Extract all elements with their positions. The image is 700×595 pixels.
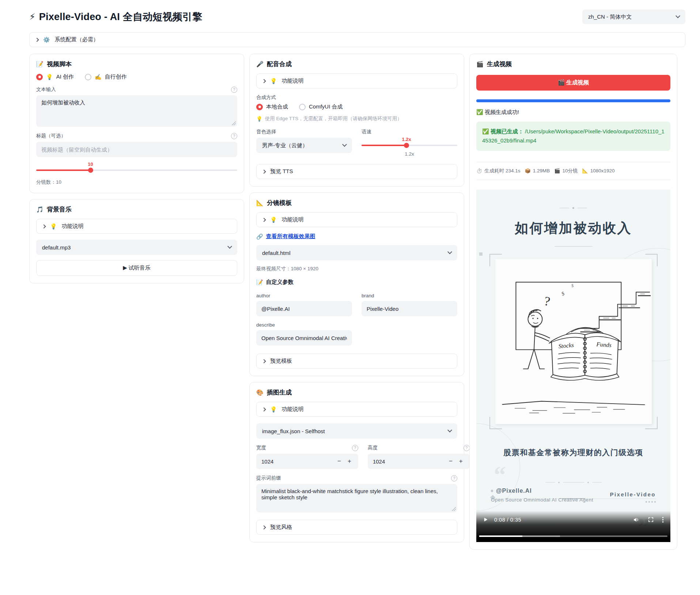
kebab-menu-icon[interactable]	[662, 516, 664, 523]
illustration-help-accordion[interactable]: 💡 功能说明	[256, 402, 457, 417]
workflow-value: image_flux.json - Selfhost	[262, 428, 325, 434]
describe-col: describe	[256, 316, 352, 346]
stat-resolution: 1080x1920	[590, 168, 615, 173]
tts-help-accordion[interactable]: 💡 功能说明	[256, 73, 457, 88]
fullscreen-icon[interactable]	[648, 516, 654, 523]
video-script-panel: 📝 视频脚本 💡 AI 创作 ✍️ 自行创作 文	[29, 54, 244, 193]
increment-button[interactable]: +	[344, 457, 355, 466]
music-note-icon: 🎵	[36, 206, 43, 213]
help-icon[interactable]: ?	[451, 475, 457, 481]
brand-label-row: brand	[362, 293, 457, 298]
radio-comfyui-synthesis[interactable]: ComfyUI 合成	[299, 103, 343, 110]
template-title-text: 分镜模板	[267, 199, 292, 207]
describe-input[interactable]	[256, 330, 352, 346]
radio-ai-create[interactable]: 💡 AI 创作	[36, 73, 74, 80]
describe-row: describe	[256, 316, 457, 346]
chevron-right-icon	[262, 79, 266, 83]
video-script-title-text: 视频脚本	[47, 60, 72, 68]
slider-thumb[interactable]	[404, 143, 409, 148]
chevron-right-icon	[262, 169, 266, 173]
play-button[interactable]	[483, 517, 488, 522]
width-value[interactable]	[261, 458, 334, 465]
illustration-title-text: 插图生成	[267, 388, 292, 397]
script-textarea-wrap: 如何增加被动收入	[36, 95, 237, 127]
bullet-decoration	[491, 490, 493, 492]
radio-manual-label: 自行创作	[105, 73, 127, 80]
method-label-row: 合成方式	[256, 94, 457, 101]
title-label: 标题（可选）	[36, 133, 66, 139]
slider-thumb[interactable]	[88, 168, 93, 173]
help-icon[interactable]: ?	[231, 133, 237, 139]
prompt-prefix-input[interactable]: Minimalist black-and-white matchstick fi…	[256, 484, 457, 512]
divider	[476, 180, 670, 180]
svg-text:$: $	[561, 290, 565, 297]
video-slide-title: 如何增加被动收入	[476, 219, 670, 237]
footer-author: @Pixelle.AI	[496, 488, 532, 494]
brand-label: brand	[362, 293, 374, 298]
author-label-row: author	[256, 293, 352, 298]
radio-local-label: 本地合成	[266, 103, 288, 110]
title-underline	[555, 246, 593, 247]
play-music-button[interactable]: ▶ 试听音乐	[36, 260, 237, 276]
radio-manual-create[interactable]: ✍️ 自行创作	[85, 73, 127, 80]
increment-button[interactable]: +	[456, 457, 466, 466]
video-title-input[interactable]	[36, 142, 237, 157]
footer-brand: Pixelle-Video	[610, 491, 656, 497]
video-preview[interactable]: 如何增加被动收入	[476, 190, 670, 542]
radio-selected-icon	[256, 104, 263, 110]
help-icon[interactable]: ?	[463, 445, 470, 451]
slider-track[interactable]	[36, 169, 237, 171]
video-progress-bar[interactable]	[479, 535, 667, 537]
bulb-icon: 💡	[270, 78, 277, 84]
width-col: 宽度 ? − +	[256, 439, 358, 469]
prompt-textarea-wrap: Minimalist black-and-white matchstick fi…	[256, 484, 457, 512]
decrement-button[interactable]: −	[334, 457, 344, 466]
middle-column: 🎤 配音合成 💡 功能说明 合成方式 本地合成	[249, 54, 464, 542]
template-help-accordion[interactable]: 💡 功能说明	[256, 212, 457, 227]
radio-local-synthesis[interactable]: 本地合成	[256, 103, 288, 110]
stat-storyboards: 10分镜	[563, 168, 578, 174]
brand-input[interactable]	[362, 301, 457, 316]
decrement-button[interactable]: −	[446, 457, 456, 466]
video-caption: 股票和基金常被称为理财的入门级选项	[476, 447, 670, 458]
slider-fill	[362, 145, 406, 146]
question-mark: ?	[543, 294, 551, 309]
music-help-accordion[interactable]: 💡 功能说明	[36, 219, 237, 234]
footer-author-row: @Pixelle.AI	[491, 488, 593, 494]
height-value[interactable]	[373, 458, 446, 465]
left-column: 📝 视频脚本 💡 AI 创作 ✍️ 自行创作 文	[29, 54, 244, 283]
author-input[interactable]	[256, 301, 352, 316]
template-gallery-link[interactable]: 查看所有模板效果图	[266, 233, 315, 240]
rate-value-label: 1.2x	[402, 137, 411, 142]
music-file-dropdown[interactable]: default.mp3	[36, 240, 237, 255]
volume-icon[interactable]	[633, 516, 640, 523]
generate-video-button[interactable]: 🎬 生成视频	[476, 75, 670, 91]
svg-text:$: $	[571, 283, 574, 288]
time-display: 0:08 / 0:35	[494, 517, 521, 523]
palette-icon: 🎨	[256, 389, 264, 396]
result-path-box: ✅ 视频已生成： /Users/puke/Workspace/Pixelle-V…	[476, 122, 670, 151]
template-preview-accordion[interactable]: 预览模板	[256, 354, 457, 369]
illustration-title: 🎨 插图生成	[256, 388, 457, 397]
app-title-text: Pixelle-Video - AI 全自动短视频引擎	[39, 10, 202, 23]
help-icon[interactable]: ?	[352, 445, 358, 451]
help-icon[interactable]: ?	[231, 87, 237, 93]
tts-preview-accordion[interactable]: 预览 TTS	[256, 164, 457, 179]
style-preview-label: 预览风格	[270, 524, 292, 531]
voice-dropdown[interactable]: 男声-专业（云健）	[256, 138, 352, 153]
top-decoration	[476, 190, 670, 209]
package-icon: 📦	[525, 168, 531, 173]
language-dropdown[interactable]: zh_CN - 简体中文	[582, 9, 685, 24]
system-config-accordion[interactable]: ⚙️ 系统配置（必需）	[29, 32, 685, 47]
page: ⚡ Pixelle-Video - AI 全自动短视频引擎 zh_CN - 简体…	[0, 0, 700, 561]
workflow-dropdown[interactable]: image_flux.json - Selfhost	[256, 423, 457, 439]
resize-handle[interactable]	[452, 507, 456, 511]
video-player-controls: 0:08 / 0:35	[476, 511, 670, 542]
page-title: ⚡ Pixelle-Video - AI 全自动短视频引擎	[29, 10, 202, 23]
style-preview-accordion[interactable]: 预览风格	[256, 520, 457, 535]
slider-track[interactable]	[362, 145, 457, 146]
template-file-dropdown[interactable]: default.html	[256, 245, 457, 260]
resize-handle[interactable]	[232, 121, 236, 125]
tts-preview-label: 预览 TTS	[270, 168, 293, 175]
script-text-input[interactable]: 如何增加被动收入	[36, 95, 237, 127]
